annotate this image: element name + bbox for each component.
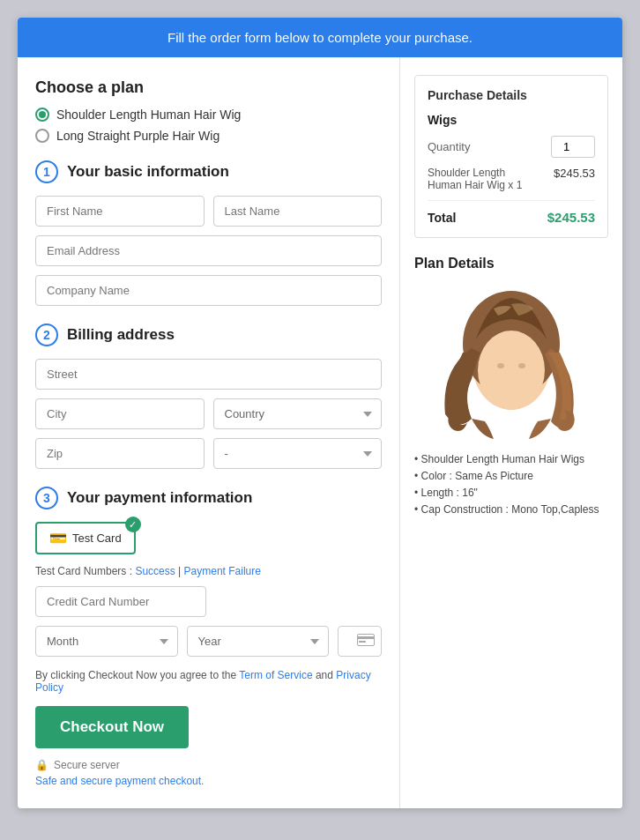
step3-header: 3 Your payment information <box>35 487 382 509</box>
city-input[interactable] <box>35 398 205 429</box>
step3-label: Your payment information <box>67 489 252 507</box>
company-row <box>35 275 382 306</box>
company-input[interactable] <box>35 275 382 306</box>
item-row: Shoulder Length Human Hair Wig x 1 $245.… <box>428 167 595 201</box>
quantity-input[interactable] <box>551 136 595 158</box>
plan-option-2-label: Long Straight Purple Hair Wig <box>56 129 220 143</box>
quantity-label: Quantity <box>428 140 470 153</box>
last-name-input[interactable] <box>213 196 383 227</box>
cvv-row: Month Year <box>35 626 382 657</box>
total-row: Total $245.53 <box>428 210 595 225</box>
terms-line: By clicking Checkout Now you agree to th… <box>35 669 382 694</box>
plan-detail-2: Color : Same As Picture <box>414 470 608 482</box>
radio-unselected-icon <box>35 129 49 143</box>
svg-rect-0 <box>358 634 375 645</box>
terms-prefix: By clicking Checkout Now you agree to th… <box>35 669 239 681</box>
street-input[interactable] <box>35 359 382 390</box>
right-panel: Purchase Details Wigs Quantity Shoulder … <box>400 57 622 808</box>
card-selected-check-icon: ✓ <box>125 517 141 532</box>
plan-detail-3: Length : 16" <box>414 487 608 499</box>
purchase-details-title: Purchase Details <box>428 88 595 102</box>
zip-input[interactable] <box>35 438 205 469</box>
step2-number: 2 <box>35 323 58 346</box>
svg-rect-1 <box>357 636 375 639</box>
item-price: $245.53 <box>554 167 595 191</box>
lock-icon: 🔒 <box>35 759 48 771</box>
test-card-failure-link[interactable]: Payment Failure <box>184 565 261 577</box>
step1-number: 1 <box>35 160 58 183</box>
card-tab-label: Test Card <box>72 532 122 545</box>
svg-rect-2 <box>359 641 366 643</box>
radio-selected-icon <box>35 108 49 122</box>
step1-label: Your basic information <box>67 163 229 181</box>
plan-option-2[interactable]: Long Straight Purple Hair Wig <box>35 129 382 143</box>
terms-of-service-link[interactable]: Term of Service <box>239 669 312 681</box>
email-row <box>35 235 382 266</box>
cc-number-row <box>35 586 382 617</box>
test-card-line: Test Card Numbers : Success | Payment Fa… <box>35 565 382 577</box>
total-amount: $245.53 <box>547 210 595 225</box>
svg-point-6 <box>497 363 504 368</box>
total-label: Total <box>428 211 456 225</box>
safe-line: Safe and secure payment checkout. <box>35 775 382 787</box>
month-select[interactable]: Month <box>35 626 178 657</box>
step2-label: Billing address <box>67 326 175 344</box>
year-select[interactable]: Year <box>187 626 330 657</box>
city-country-row: Country <box>35 398 382 429</box>
step1-header: 1 Your basic information <box>35 160 382 183</box>
banner-text: Fill the order form below to complete yo… <box>167 30 473 45</box>
email-input[interactable] <box>35 235 382 266</box>
plan-detail-4: Cap Construction : Mono Top,Capless <box>414 503 608 516</box>
plan-detail-1: Shoulder Length Human Hair Wigs <box>414 453 608 465</box>
wig-image <box>414 282 608 441</box>
svg-point-5 <box>478 331 545 410</box>
plan-option-1-label: Shoulder Length Human Hair Wig <box>56 108 241 122</box>
item-name: Shoulder Length Human Hair Wig x 1 <box>428 167 542 191</box>
page-wrapper: Fill the order form below to complete yo… <box>18 18 622 808</box>
test-card-success-link[interactable]: Success <box>135 565 175 577</box>
terms-middle: and <box>316 669 336 681</box>
cc-number-input[interactable] <box>35 586 206 617</box>
step2-header: 2 Billing address <box>35 323 382 346</box>
top-banner: Fill the order form below to complete yo… <box>18 18 622 57</box>
zip-state-row: - <box>35 438 382 469</box>
secure-label: Secure server <box>54 759 120 771</box>
first-name-input[interactable] <box>35 196 205 227</box>
purchase-details-box: Purchase Details Wigs Quantity Shoulder … <box>414 75 608 238</box>
cvv-card-icon <box>357 634 375 650</box>
test-card-prefix: Test Card Numbers : <box>35 565 135 577</box>
credit-card-icon: 💳 <box>49 530 67 546</box>
quantity-row: Quantity <box>428 136 595 158</box>
secure-line: 🔒 Secure server <box>35 759 382 771</box>
plan-details-list: Shoulder Length Human Hair Wigs Color : … <box>414 453 608 516</box>
cvv-wrapper <box>338 626 382 657</box>
main-content: Choose a plan Shoulder Length Human Hair… <box>18 57 622 808</box>
choose-plan-title: Choose a plan <box>35 78 382 97</box>
step3-number: 3 <box>35 487 58 509</box>
plan-option-1[interactable]: Shoulder Length Human Hair Wig <box>35 108 382 122</box>
country-select[interactable]: Country <box>213 398 383 429</box>
card-tab[interactable]: ✓ 💳 Test Card <box>35 522 136 554</box>
checkout-button[interactable]: Checkout Now <box>35 706 189 748</box>
name-row <box>35 196 382 227</box>
left-panel: Choose a plan Shoulder Length Human Hair… <box>18 57 400 808</box>
street-row <box>35 359 382 390</box>
card-tab-container: ✓ 💳 Test Card <box>35 522 382 554</box>
svg-point-7 <box>518 363 525 368</box>
plan-details-title: Plan Details <box>414 256 608 271</box>
state-select[interactable]: - <box>213 438 383 469</box>
product-category: Wigs <box>428 113 595 127</box>
safe-text: Safe and secure payment checkout. <box>35 775 204 787</box>
